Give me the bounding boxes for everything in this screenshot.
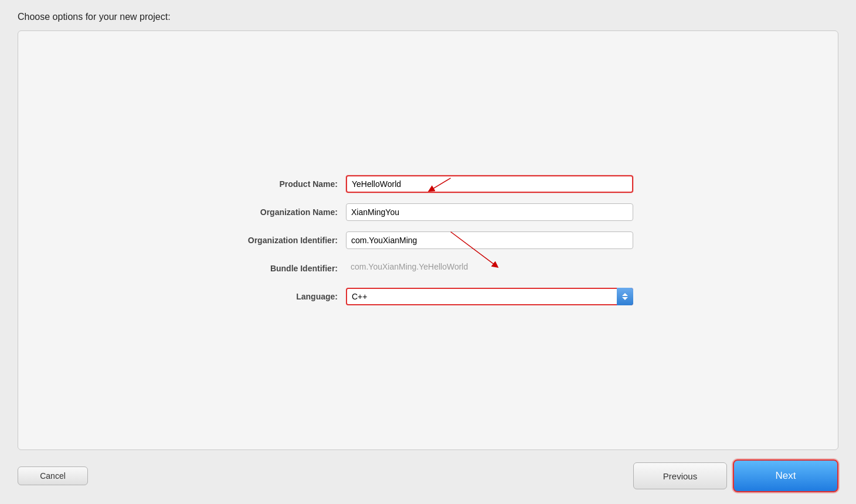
organization-identifier-row: Organization Identifier:: [223, 231, 633, 249]
main-panel: Product Name: Organization Name: Organiz…: [18, 30, 838, 450]
bottom-bar: Cancel Previous Next: [18, 459, 838, 492]
organization-identifier-label: Organization Identifier:: [223, 236, 346, 245]
organization-name-input[interactable]: [346, 203, 633, 221]
language-select[interactable]: C++ Objective-C Swift: [346, 288, 633, 305]
next-button[interactable]: Next: [733, 459, 838, 492]
product-name-label: Product Name:: [223, 179, 346, 189]
language-label: Language:: [223, 292, 346, 301]
bundle-identifier-row: Bundle Identifier: com.YouXianMing.YeHel…: [223, 260, 633, 277]
organization-name-row: Organization Name:: [223, 203, 633, 221]
bundle-identifier-value: com.YouXianMing.YeHelloWorld: [346, 260, 633, 277]
organization-name-label: Organization Name:: [223, 207, 346, 217]
product-name-row: Product Name:: [223, 175, 633, 193]
product-name-input[interactable]: [346, 175, 633, 193]
organization-identifier-input[interactable]: [346, 231, 633, 249]
cancel-button[interactable]: Cancel: [18, 466, 88, 485]
bundle-identifier-label: Bundle Identifier:: [223, 264, 346, 273]
right-buttons: Previous Next: [633, 459, 838, 492]
page-title: Choose options for your new project:: [18, 12, 838, 22]
form-area: Product Name: Organization Name: Organiz…: [223, 175, 633, 305]
language-row: Language: C++ Objective-C Swift: [223, 288, 633, 305]
previous-button[interactable]: Previous: [633, 462, 727, 489]
language-select-wrapper: C++ Objective-C Swift: [346, 288, 633, 305]
